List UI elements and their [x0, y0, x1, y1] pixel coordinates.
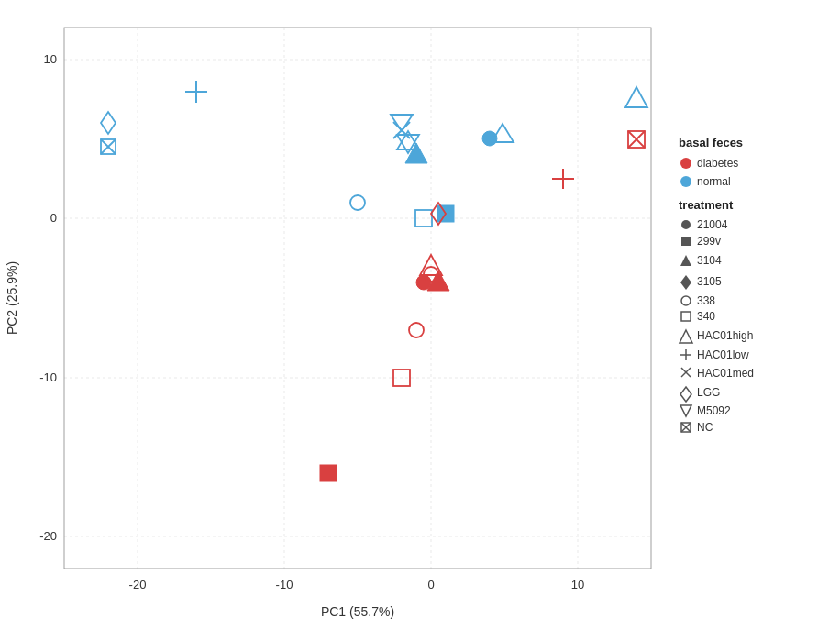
scatter-plot: -20 -10 0 10 -20 -10 0 10 PC1 (55.7%) PC… — [0, 0, 840, 630]
y-axis-label: PC2 (25.9%) — [5, 261, 19, 335]
legend-338-label: 338 — [697, 294, 715, 307]
legend-299v-icon — [681, 237, 691, 246]
legend-3105-label: 3105 — [697, 275, 722, 288]
svg-text:10: 10 — [44, 52, 57, 66]
svg-text:0: 0 — [427, 578, 434, 591]
legend-normal-icon — [680, 176, 691, 187]
svg-text:-10: -10 — [39, 370, 57, 384]
legend-lgg-label: LGG — [697, 386, 720, 399]
legend-m5092-label: M5092 — [697, 404, 731, 417]
chart-container: -20 -10 0 10 -20 -10 0 10 PC1 (55.7%) PC… — [0, 0, 840, 630]
legend-hac01high-label: HAC01high — [697, 329, 753, 342]
legend-nc-label: NC — [697, 421, 713, 434]
legend-treatment-title: treatment — [679, 198, 734, 212]
legend-299v-label: 299v — [697, 235, 721, 248]
legend-21004-icon — [681, 220, 691, 229]
svg-text:-20: -20 — [129, 578, 147, 591]
legend-basal-feces-title: basal feces — [679, 136, 743, 149]
legend-21004-label: 21004 — [697, 218, 728, 231]
svg-text:-10: -10 — [276, 578, 293, 591]
svg-text:-20: -20 — [39, 529, 57, 543]
legend-diabetes-label: diabetes — [697, 157, 738, 170]
legend-normal-label: normal — [697, 175, 731, 188]
svg-text:0: 0 — [50, 211, 57, 225]
legend-diabetes-icon — [680, 158, 691, 169]
legend-340-label: 340 — [697, 310, 715, 323]
legend-hac01low-label: HAC01low — [697, 348, 749, 361]
legend-3104-label: 3104 — [697, 254, 722, 267]
legend-hac01med-label: HAC01med — [697, 367, 754, 380]
svg-rect-37 — [320, 465, 337, 481]
svg-text:10: 10 — [571, 578, 584, 591]
svg-point-34 — [482, 131, 497, 146]
x-axis-label: PC1 (55.7%) — [321, 604, 394, 619]
